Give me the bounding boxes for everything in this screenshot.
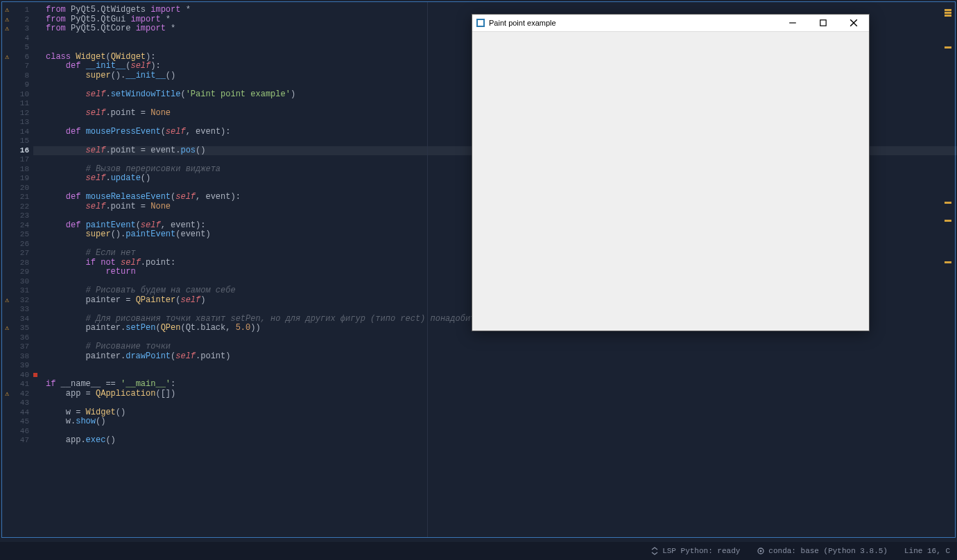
warning-icon[interactable]: ⚠ bbox=[5, 15, 9, 25]
status-cursor-position[interactable]: Line 16, C bbox=[904, 547, 950, 555]
svg-rect-1 bbox=[820, 20, 826, 26]
line-number[interactable]: 37 bbox=[2, 342, 33, 352]
warning-icon[interactable]: ⚠ bbox=[5, 324, 9, 333]
line-number[interactable]: 18 bbox=[2, 165, 33, 175]
code-line[interactable]: w = Widget() bbox=[46, 408, 955, 418]
line-number[interactable]: 25 bbox=[2, 230, 33, 240]
minimize-icon bbox=[788, 19, 797, 27]
warning-icon[interactable]: ⚠ bbox=[5, 6, 9, 15]
line-number[interactable]: 36 bbox=[2, 333, 33, 343]
code-line[interactable] bbox=[46, 371, 955, 380]
warning-icon[interactable]: ⚠ bbox=[5, 24, 9, 34]
gutter[interactable]: ⚠1⚠2⚠345⚠6789101112131415161718192021222… bbox=[2, 2, 33, 537]
line-number[interactable]: ⚠42 bbox=[2, 390, 33, 399]
line-number[interactable]: 23 bbox=[2, 211, 33, 221]
line-number[interactable]: 5 bbox=[2, 43, 33, 53]
line-number[interactable]: 9 bbox=[2, 80, 33, 90]
line-number[interactable]: 17 bbox=[2, 155, 33, 165]
line-number[interactable]: 43 bbox=[2, 399, 33, 408]
code-line[interactable]: if __name__ == '__main__': bbox=[46, 380, 955, 390]
line-number[interactable]: 22 bbox=[2, 202, 33, 212]
line-number[interactable]: 10 bbox=[2, 90, 33, 100]
warning-icon[interactable]: ⚠ bbox=[5, 390, 9, 399]
minimap-warning-marker[interactable] bbox=[945, 261, 951, 263]
minimap-warning-marker[interactable] bbox=[945, 220, 951, 222]
status-lsp[interactable]: LSP Python: ready bbox=[650, 547, 740, 555]
line-number[interactable]: 14 bbox=[2, 128, 33, 137]
indent-guide bbox=[427, 2, 428, 537]
code-line[interactable]: app.exec() bbox=[46, 436, 955, 446]
close-icon bbox=[850, 19, 858, 27]
paint-app-window[interactable]: Paint point example bbox=[472, 14, 870, 331]
line-number[interactable]: 13 bbox=[2, 118, 33, 128]
line-number[interactable]: ⚠1 bbox=[2, 6, 33, 15]
line-number[interactable]: 29 bbox=[2, 268, 33, 277]
code-line[interactable]: w.show() bbox=[46, 417, 955, 427]
line-number[interactable]: 40 bbox=[2, 371, 33, 380]
line-number[interactable]: 38 bbox=[2, 352, 33, 362]
line-number[interactable]: 11 bbox=[2, 99, 33, 109]
app-canvas[interactable] bbox=[472, 32, 869, 331]
line-number[interactable]: 24 bbox=[2, 221, 33, 231]
line-number[interactable]: ⚠6 bbox=[2, 53, 33, 62]
minimap-warning-marker[interactable] bbox=[945, 202, 951, 204]
line-number[interactable]: 30 bbox=[2, 277, 33, 287]
close-button[interactable] bbox=[838, 15, 869, 31]
line-number[interactable]: 20 bbox=[2, 184, 33, 193]
status-conda-text: conda: base (Python 3.8.5) bbox=[768, 547, 888, 555]
titlebar[interactable]: Paint point example bbox=[472, 15, 869, 32]
line-number[interactable]: 44 bbox=[2, 408, 33, 418]
line-number[interactable]: 27 bbox=[2, 249, 33, 259]
code-line[interactable] bbox=[46, 361, 955, 371]
lsp-icon bbox=[650, 547, 659, 555]
maximize-icon bbox=[819, 19, 827, 27]
line-number[interactable]: 7 bbox=[2, 62, 33, 71]
warning-icon[interactable]: ⚠ bbox=[5, 296, 9, 306]
line-number[interactable]: 33 bbox=[2, 305, 33, 315]
window-title: Paint point example bbox=[489, 19, 777, 27]
warning-icon[interactable]: ⚠ bbox=[5, 53, 9, 62]
line-number[interactable]: 4 bbox=[2, 34, 33, 44]
line-number[interactable]: 46 bbox=[2, 427, 33, 437]
line-number[interactable]: ⚠3 bbox=[2, 24, 33, 34]
line-number[interactable]: 15 bbox=[2, 137, 33, 146]
minimize-button[interactable] bbox=[777, 15, 808, 31]
line-number[interactable]: 8 bbox=[2, 71, 33, 81]
code-line[interactable]: painter.drawPoint(self.point) bbox=[46, 352, 955, 362]
line-number[interactable]: 39 bbox=[2, 361, 33, 371]
code-line[interactable]: app = QApplication([]) bbox=[46, 390, 955, 399]
minimap-warning-marker[interactable] bbox=[945, 15, 951, 17]
line-number[interactable]: 26 bbox=[2, 240, 33, 250]
maximize-button[interactable] bbox=[808, 15, 838, 31]
line-number[interactable]: 19 bbox=[2, 174, 33, 184]
line-number[interactable]: 31 bbox=[2, 286, 33, 296]
code-line[interactable] bbox=[46, 399, 955, 408]
status-lsp-text: LSP Python: ready bbox=[662, 547, 740, 555]
line-number[interactable]: 34 bbox=[2, 315, 33, 324]
line-number[interactable]: ⚠2 bbox=[2, 15, 33, 25]
app-icon bbox=[476, 19, 485, 27]
line-number[interactable]: 16 bbox=[2, 146, 33, 156]
code-line[interactable] bbox=[46, 427, 955, 437]
status-conda[interactable]: conda: base (Python 3.8.5) bbox=[757, 547, 888, 555]
status-bar: LSP Python: ready conda: base (Python 3.… bbox=[0, 542, 957, 560]
line-number[interactable]: ⚠32 bbox=[2, 296, 33, 306]
minimap-warning-marker[interactable] bbox=[945, 46, 951, 49]
line-number[interactable]: 41 bbox=[2, 380, 33, 390]
conda-icon bbox=[757, 547, 765, 555]
line-number[interactable]: 21 bbox=[2, 193, 33, 202]
code-line[interactable]: # Рисование точки bbox=[46, 342, 955, 352]
line-number[interactable]: 28 bbox=[2, 259, 33, 268]
minimap-warning-marker[interactable] bbox=[945, 9, 951, 11]
status-position-text: Line 16, C bbox=[904, 547, 950, 555]
minimap-warning-marker[interactable] bbox=[945, 12, 951, 14]
line-number[interactable]: 47 bbox=[2, 436, 33, 446]
line-number[interactable]: 45 bbox=[2, 417, 33, 427]
code-line[interactable] bbox=[46, 333, 955, 343]
line-number[interactable]: 12 bbox=[2, 109, 33, 119]
svg-point-5 bbox=[760, 550, 762, 552]
line-number[interactable]: ⚠35 bbox=[2, 324, 33, 333]
